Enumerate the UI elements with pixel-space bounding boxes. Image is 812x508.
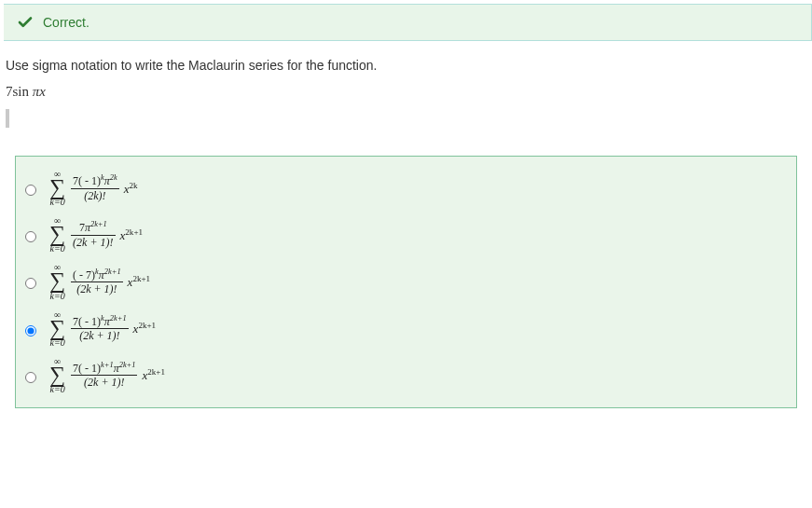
function-expression: 7sin πx bbox=[0, 76, 812, 103]
option-radio-3[interactable] bbox=[25, 278, 36, 289]
option-radio-1[interactable] bbox=[25, 185, 36, 196]
option-row: ∞ ∑ k=0 7( - 1)kπ2k+1 (2k + 1)! x2k+1 bbox=[25, 310, 787, 348]
option-math-1: ∞ ∑ k=0 7( - 1)kπ2k (2k)! x2k bbox=[49, 170, 138, 207]
options-panel: ∞ ∑ k=0 7( - 1)kπ2k (2k)! x2k ∞ ∑ k=0 7π… bbox=[15, 156, 797, 408]
option-math-5: ∞ ∑ k=0 7( - 1)k+1π2k+1 (2k + 1)! x2k+1 bbox=[49, 357, 165, 394]
check-icon bbox=[17, 14, 34, 31]
option-math-2: ∞ ∑ k=0 7π2k+1 (2k + 1)! x2k+1 bbox=[49, 216, 143, 254]
feedback-bar: Correct. bbox=[4, 4, 812, 41]
option-row: ∞ ∑ k=0 ( - 7)kπ2k+1 (2k + 1)! x2k+1 bbox=[25, 263, 787, 300]
option-radio-5[interactable] bbox=[25, 372, 36, 383]
question-prompt: Use sigma notation to write the Maclauri… bbox=[0, 41, 812, 76]
option-radio-4[interactable] bbox=[25, 325, 36, 336]
option-row: ∞ ∑ k=0 7( - 1)kπ2k (2k)! x2k bbox=[25, 170, 787, 207]
option-math-3: ∞ ∑ k=0 ( - 7)kπ2k+1 (2k + 1)! x2k+1 bbox=[49, 263, 150, 300]
option-math-4: ∞ ∑ k=0 7( - 1)kπ2k+1 (2k + 1)! x2k+1 bbox=[49, 310, 156, 348]
option-row: ∞ ∑ k=0 7π2k+1 (2k + 1)! x2k+1 bbox=[25, 216, 787, 254]
option-radio-2[interactable] bbox=[25, 231, 36, 242]
option-row: ∞ ∑ k=0 7( - 1)k+1π2k+1 (2k + 1)! x2k+1 bbox=[25, 357, 787, 394]
answer-cursor bbox=[6, 109, 9, 128]
feedback-text: Correct. bbox=[43, 15, 89, 30]
